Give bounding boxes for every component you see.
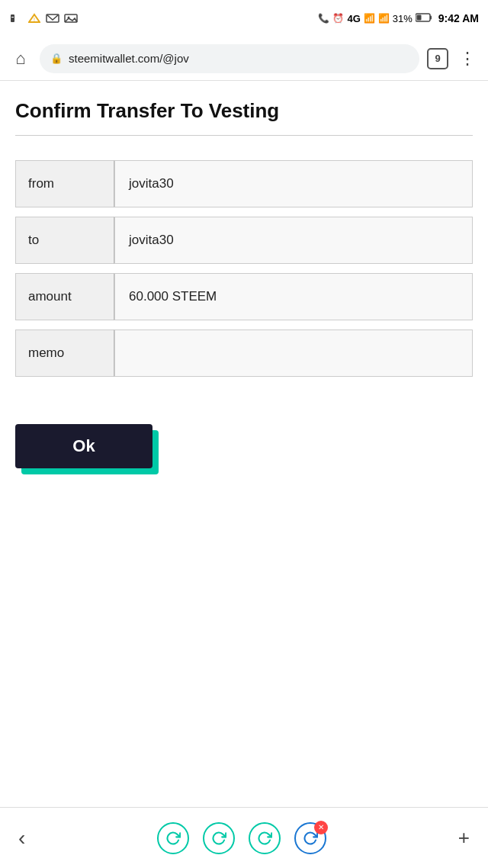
browser-bar: ⌂ 🔒 steemitwallet.com/@jov 9 ⋮ [0, 37, 488, 81]
to-label: to [15, 217, 114, 264]
ok-button-wrapper: Ok [15, 424, 152, 468]
browser-menu-button[interactable]: ⋮ [456, 49, 479, 69]
bottom-nav: ‹ ✕ + [0, 807, 488, 868]
url-text: steemitwallet.com/@jov [69, 52, 409, 65]
amount-label: amount [15, 273, 114, 320]
phone-icon: 📞 [318, 13, 329, 24]
page-title: Confirm Transfer To Vesting [15, 99, 473, 123]
network-label: 4G [347, 13, 360, 24]
nav-close-badge[interactable]: ✕ [314, 821, 328, 834]
title-divider [15, 135, 473, 136]
notification-icon: ! [27, 13, 41, 24]
svg-rect-1 [11, 17, 14, 18]
status-info-right: 📞 ⏰ 4G 📶 📶 31% 9:42 AM [318, 12, 479, 24]
svg-rect-9 [416, 14, 421, 20]
nav-refresh-3[interactable] [249, 822, 281, 854]
svg-rect-0 [11, 14, 14, 22]
signal-icon-2: 📶 [378, 13, 390, 24]
add-tab-button[interactable]: + [458, 826, 470, 850]
signal-icon: 📶 [364, 13, 375, 24]
mail-icon [46, 13, 59, 24]
address-bar-container[interactable]: 🔒 steemitwallet.com/@jov [40, 44, 419, 73]
nav-icons-group: ✕ [157, 822, 326, 854]
memo-value [114, 330, 473, 377]
lock-icon: 🔒 [50, 53, 63, 64]
amount-value: 60.000 STEEM [114, 273, 473, 320]
from-label: from [15, 160, 114, 207]
svg-text:!: ! [34, 17, 35, 22]
time-display: 9:42 AM [438, 12, 479, 24]
nav-refresh-1[interactable] [157, 822, 189, 854]
memo-label: memo [15, 330, 114, 377]
amount-row: amount 60.000 STEEM [15, 273, 473, 320]
sim-icon [9, 13, 23, 24]
status-icons-left: ! [9, 13, 78, 24]
memo-row: memo [15, 330, 473, 377]
from-value: jovita30 [114, 160, 473, 207]
to-value: jovita30 [114, 217, 473, 264]
status-bar: ! 📞 ⏰ 4G 📶 📶 31% 9:42 AM [0, 0, 488, 37]
from-row: from jovita30 [15, 160, 473, 207]
image-icon [64, 13, 78, 24]
home-button[interactable]: ⌂ [9, 47, 32, 70]
back-button[interactable]: ‹ [18, 826, 25, 850]
svg-rect-8 [430, 15, 432, 19]
battery-icon [416, 13, 432, 24]
tab-count-badge[interactable]: 9 [427, 48, 448, 69]
to-row: to jovita30 [15, 217, 473, 264]
nav-refresh-active[interactable]: ✕ [294, 822, 326, 854]
ok-button[interactable]: Ok [15, 424, 152, 468]
main-content: Confirm Transfer To Vesting from jovita3… [0, 81, 488, 487]
battery-label: 31% [393, 13, 413, 24]
alarm-icon: ⏰ [332, 13, 344, 24]
transfer-form: from jovita30 to jovita30 amount 60.000 … [15, 151, 473, 386]
nav-refresh-2[interactable] [203, 822, 235, 854]
